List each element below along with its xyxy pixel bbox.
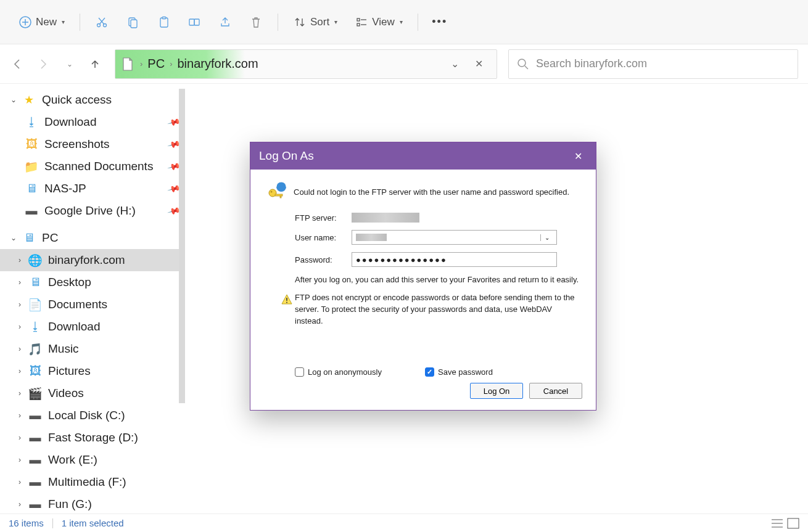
tree-item-nas[interactable]: 🖥 NAS-JP 📌: [0, 178, 185, 200]
chevron-right-icon: ›: [14, 300, 26, 309]
sort-button[interactable]: Sort ▾: [287, 12, 344, 33]
folder-icon: 🖼: [25, 137, 38, 151]
key-globe-icon: [264, 179, 291, 202]
chevron-right-icon: ›: [14, 278, 26, 287]
dialog-form: FTP server: User name: ⌄ Password: ●●●●●…: [295, 213, 582, 267]
tree-item-download2[interactable]: › ⭳ Download: [0, 316, 185, 338]
tree-item-screenshots[interactable]: 🖼 Screenshots 📌: [0, 133, 185, 155]
details-view-button[interactable]: [771, 518, 783, 529]
save-password-label: Save password: [438, 367, 493, 377]
chevron-down-icon[interactable]: ⌄: [540, 234, 553, 241]
forward-button[interactable]: [31, 52, 56, 76]
svg-point-3: [97, 23, 101, 27]
copy-icon: [126, 15, 139, 29]
ftp-server-label: FTP server:: [295, 213, 352, 223]
breadcrumb-dropdown[interactable]: ⌄: [443, 54, 466, 73]
close-button[interactable]: ✕: [569, 147, 587, 166]
view-button[interactable]: View ▾: [348, 12, 409, 33]
svg-rect-26: [275, 194, 282, 196]
logon-button[interactable]: Log On: [470, 383, 523, 399]
cancel-button[interactable]: Cancel: [529, 383, 582, 399]
drive-icon: ▬: [28, 453, 42, 467]
save-password-checkbox[interactable]: ✓ Save password: [425, 367, 493, 377]
chevron-right-icon: ›: [14, 456, 26, 464]
monitor-icon: 🖥: [25, 182, 38, 195]
tree-item-documents[interactable]: › 📄 Documents: [0, 293, 185, 316]
music-icon: 🎵: [28, 342, 42, 356]
tree-quick-access[interactable]: ⌄ ★ Quick access: [0, 89, 185, 111]
tree-item-work-e[interactable]: › ▬ Work (E:): [0, 449, 185, 471]
breadcrumb-pc[interactable]: PC: [142, 57, 170, 71]
tree-item-pictures[interactable]: › 🖼 Pictures: [0, 360, 185, 382]
tree-label: Multimedia (F:): [48, 475, 179, 489]
up-button[interactable]: [83, 52, 107, 76]
tree-item-binaryfork[interactable]: › 🌐 binaryfork.com: [0, 249, 185, 271]
anonymous-checkbox[interactable]: Log on anonymously: [295, 367, 382, 377]
back-button[interactable]: [5, 52, 30, 76]
tree-label: NAS-JP: [44, 182, 166, 195]
tree-pc[interactable]: ⌄ 🖥 PC: [0, 227, 185, 249]
rename-icon: [188, 15, 201, 29]
more-button[interactable]: •••: [427, 12, 453, 33]
dialog-body: Could not login to the FTP server with t…: [250, 170, 596, 410]
chevron-right-icon: ›: [14, 478, 26, 486]
tree-item-videos[interactable]: › 🎬 Videos: [0, 382, 185, 404]
sidebar: ⌄ ★ Quick access ⭳ Download 📌 🖼 Screensh…: [0, 84, 185, 514]
chevron-right-icon: ›: [14, 411, 26, 420]
tree-label: Google Drive (H:): [44, 204, 166, 218]
tree-item-fun-g[interactable]: › ▬ Fun (G:): [0, 493, 185, 514]
dialog-note: After you log on, you can add this serve…: [295, 274, 582, 286]
password-input[interactable]: ●●●●●●●●●●●●●●●: [352, 252, 557, 267]
svg-rect-14: [357, 23, 360, 26]
drive-icon: ▬: [28, 475, 42, 489]
share-icon: [218, 15, 232, 29]
cut-button[interactable]: [89, 12, 115, 33]
tree-label: Fast Storage (D:): [48, 431, 179, 444]
tree-item-download[interactable]: ⭳ Download 📌: [0, 111, 185, 133]
status-selected: 1 item selected: [62, 518, 124, 528]
copy-button[interactable]: [120, 12, 146, 33]
desktop-icon: 🖥: [28, 276, 42, 289]
drive-icon: ▬: [28, 409, 42, 422]
thumbnails-view-button[interactable]: [787, 518, 799, 529]
recent-dropdown[interactable]: ⌄: [57, 52, 81, 76]
breadcrumb[interactable]: › PC › binaryfork.com ⌄ ✕: [115, 49, 497, 79]
username-input[interactable]: ⌄: [352, 230, 557, 245]
drive-icon: ▬: [25, 204, 38, 218]
toolbar: New ▾ Sort ▾ View ▾ •••: [0, 0, 808, 44]
svg-line-18: [525, 66, 528, 69]
search-box[interactable]: [508, 49, 798, 79]
scrollbar[interactable]: [179, 89, 185, 403]
new-button[interactable]: New ▾: [12, 12, 71, 33]
scissors-icon: [95, 15, 109, 29]
tree-item-gdrive[interactable]: ▬ Google Drive (H:) 📌: [0, 200, 185, 222]
svg-rect-9: [160, 18, 168, 27]
tree-item-music[interactable]: › 🎵 Music: [0, 338, 185, 360]
tree-label: Videos: [48, 387, 179, 400]
tree-item-desktop[interactable]: › 🖥 Desktop: [0, 271, 185, 293]
chevron-right-icon: ›: [14, 322, 26, 331]
tree-item-scanned[interactable]: 📁 Scanned Documents 📌: [0, 155, 185, 178]
search-icon: [516, 57, 530, 71]
share-button[interactable]: [212, 12, 238, 33]
chevron-down-icon: ▾: [62, 18, 65, 25]
download-icon: ⭳: [28, 320, 42, 334]
folder-icon: 📁: [25, 160, 38, 173]
svg-point-29: [286, 301, 287, 303]
search-input[interactable]: [536, 50, 790, 78]
chevron-right-icon: ›: [14, 367, 26, 375]
delete-button[interactable]: [243, 12, 269, 33]
breadcrumb-close[interactable]: ✕: [466, 54, 492, 73]
tree-item-local-c[interactable]: › ▬ Local Disk (C:): [0, 404, 185, 427]
tree-label: Local Disk (C:): [48, 409, 179, 422]
paste-button[interactable]: [150, 12, 176, 33]
trash-icon: [249, 15, 263, 29]
tree-item-multimedia-f[interactable]: › ▬ Multimedia (F:): [0, 471, 185, 493]
rename-button[interactable]: [181, 12, 207, 33]
clipboard-icon: [157, 15, 170, 29]
tree-item-fast-d[interactable]: › ▬ Fast Storage (D:): [0, 427, 185, 449]
tree-label: Desktop: [48, 276, 179, 289]
breadcrumb-location[interactable]: binaryfork.com: [172, 57, 263, 71]
tree-label: Download: [44, 115, 166, 129]
globe-folder-icon: 🌐: [28, 253, 42, 267]
